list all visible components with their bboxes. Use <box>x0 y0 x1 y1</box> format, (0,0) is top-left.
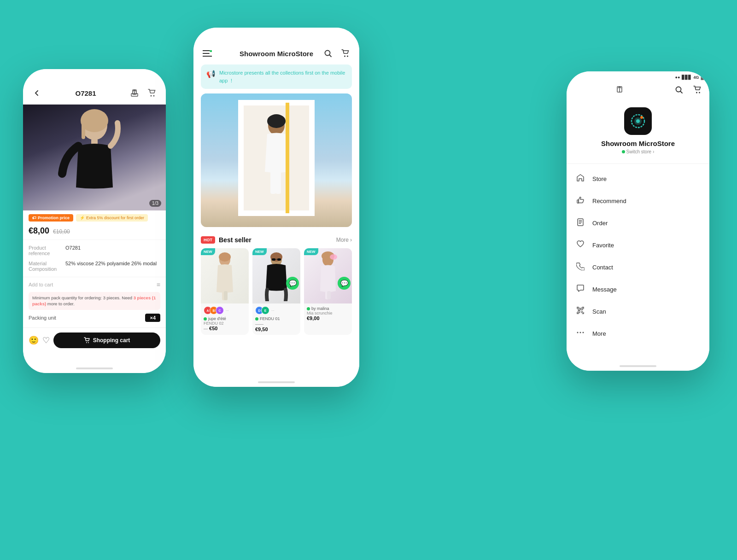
recommend-label: Recommend <box>592 198 626 204</box>
back-button[interactable] <box>30 87 43 99</box>
product-card-2[interactable]: NEW 💬 D <box>252 248 300 335</box>
svg-rect-21 <box>286 103 289 213</box>
shopping-cart-button[interactable]: Shopping cart <box>53 332 160 348</box>
cart-button[interactable] <box>146 87 158 99</box>
app-icon <box>624 107 652 135</box>
whatsapp-btn-3[interactable]: 💬 <box>338 277 351 290</box>
svg-point-49 <box>577 332 579 333</box>
hero-image <box>201 93 352 227</box>
svg-rect-43 <box>577 200 579 203</box>
heart-icon[interactable]: ♡ <box>42 335 50 345</box>
sub-brand-1: FENDU 02 <box>204 321 246 326</box>
svg-point-18 <box>267 114 286 128</box>
status-dot-3 <box>307 307 310 310</box>
right-phone: ●● ▊▊▊ 4G ▓ <box>567 71 709 371</box>
best-seller-section: HOT Best seller More › <box>193 232 359 248</box>
svg-point-9 <box>86 342 87 343</box>
card-price-1: — €50 <box>204 326 246 331</box>
menu-item-store[interactable]: Store <box>567 168 709 190</box>
price-old: €10,00 <box>53 228 70 235</box>
switch-store[interactable]: Switch store › <box>622 149 655 154</box>
menu-divider <box>567 163 709 164</box>
section-title: Best seller <box>219 236 252 244</box>
menu-item-more[interactable]: More <box>567 322 709 344</box>
menu-store-name: Showroom MicroStore <box>601 140 675 147</box>
menu-item-contact[interactable]: Contact <box>567 256 709 278</box>
promo-badges: 🏷 Promotion price ⚡ Extra 5% discount fo… <box>23 210 166 225</box>
whatsapp-btn-2[interactable]: 💬 <box>286 277 299 290</box>
right-header <box>567 82 709 100</box>
share-btn-right[interactable] <box>613 83 626 96</box>
svg-rect-29 <box>277 258 281 261</box>
switch-dot <box>622 150 625 153</box>
signal-icon: ▊▊▊ <box>682 75 691 80</box>
menu-item-recommend[interactable]: Recommend <box>567 190 709 212</box>
card-footer-1: A B C ··· jupe d'été FENDU 02 — €50 <box>201 303 249 334</box>
packing-label: Packing unit <box>29 315 56 321</box>
menu-items: Store Recommend <box>567 168 709 344</box>
battery-icon: ▓ <box>701 75 704 80</box>
product-id-title: O7281 <box>75 89 96 97</box>
order-label: Order <box>592 220 608 227</box>
product-card-3[interactable]: NEW 💬 by <box>304 248 352 335</box>
store-label: Store <box>592 175 607 182</box>
svg-point-2 <box>150 95 152 97</box>
cart-btn-right[interactable] <box>691 83 704 96</box>
contact-label: Contact <box>592 264 613 271</box>
svg-point-37 <box>696 92 697 93</box>
new-badge-1: NEW <box>201 248 215 255</box>
home-bar <box>76 368 113 369</box>
svg-rect-7 <box>82 121 85 139</box>
search-button[interactable] <box>322 47 334 60</box>
order-icon <box>576 218 585 228</box>
menu-item-favorite[interactable]: Favorite <box>567 234 709 256</box>
menu-item-message[interactable]: Message <box>567 278 709 300</box>
center-phone: Showroom MicroStore <box>193 28 359 387</box>
price-main: €8,00 <box>29 226 49 236</box>
menu-item-order[interactable]: Order <box>567 212 709 234</box>
share-button[interactable] <box>128 87 141 99</box>
right-phone-notch <box>615 71 661 82</box>
product-card-1[interactable]: NEW A B C ··· <box>201 248 249 335</box>
card-price-2: —— €9,50 <box>255 321 298 332</box>
svg-rect-28 <box>272 258 275 261</box>
menu-profile: Showroom MicroStore Switch store › <box>567 100 709 160</box>
center-phone-notch <box>253 28 299 38</box>
add-to-cart-row: Add to cart ≡ <box>23 277 166 292</box>
card-price-3: €9,00 <box>307 315 349 321</box>
svg-rect-25 <box>224 291 228 300</box>
svg-rect-46 <box>581 308 583 310</box>
filter-icon[interactable]: ≡ <box>157 281 160 288</box>
status-dot-2 <box>255 317 258 321</box>
svg-rect-48 <box>581 311 583 313</box>
section-left: HOT Best seller <box>201 236 252 244</box>
svg-point-32 <box>330 254 337 260</box>
speaker-icon: 📢 <box>206 70 216 78</box>
more-label: More <box>592 330 606 337</box>
menu-button[interactable] <box>201 47 214 60</box>
search-btn-right[interactable] <box>673 83 685 96</box>
message-icon <box>576 284 585 294</box>
center-home-bar <box>258 381 295 383</box>
svg-point-51 <box>583 332 584 333</box>
chat-icon[interactable]: 🙂 <box>29 335 39 345</box>
svg-point-50 <box>580 332 581 333</box>
avatar-3: C <box>216 306 224 315</box>
svg-rect-20 <box>275 171 281 194</box>
image-counter: 1/3 <box>149 200 161 207</box>
packing-badge: ×4 <box>145 314 160 322</box>
phone-icon <box>576 262 585 272</box>
packing-row: Packing unit ×4 <box>23 310 166 326</box>
center-phone-screen: Showroom MicroStore <box>193 28 359 387</box>
more-icon <box>576 328 585 338</box>
seller-avatars-1: A B C ··· <box>204 306 246 315</box>
svg-point-11 <box>210 50 212 52</box>
cart-button[interactable] <box>339 47 352 60</box>
menu-item-scan[interactable]: Scan <box>567 300 709 322</box>
product-image: 1/3 <box>23 105 166 210</box>
more-link[interactable]: More › <box>336 237 352 243</box>
scan-icon <box>576 306 585 316</box>
hot-badge: HOT <box>201 236 215 244</box>
avatar-5: E <box>261 306 269 315</box>
promo-badge: 🏷 Promotion price <box>29 214 73 222</box>
